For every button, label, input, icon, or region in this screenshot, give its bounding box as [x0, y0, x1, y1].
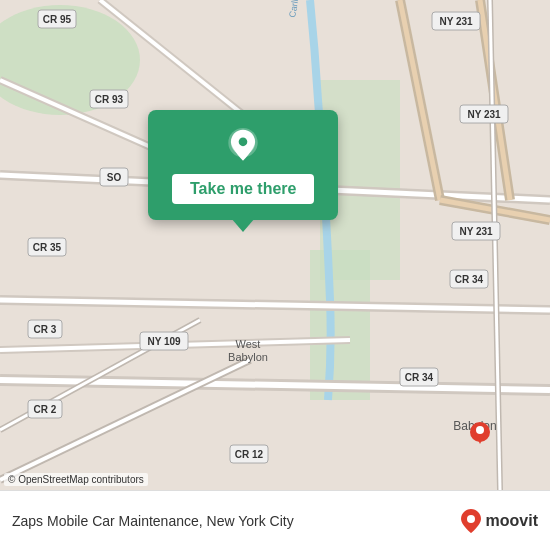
location-pin-icon: [224, 128, 262, 166]
popup-card: Take me there: [148, 110, 338, 220]
svg-text:CR 95: CR 95: [43, 14, 72, 25]
location-label: Zaps Mobile Car Maintenance, New York Ci…: [12, 513, 460, 529]
map-container: CR 95 NY 231 CR 93 NY 231 SO CR 35 NY 23…: [0, 0, 550, 490]
svg-text:CR 35: CR 35: [33, 242, 62, 253]
svg-point-60: [476, 426, 484, 434]
moovit-pin-icon: [460, 508, 482, 534]
svg-text:NY 109: NY 109: [147, 336, 181, 347]
svg-point-64: [467, 515, 475, 523]
svg-text:CR 34: CR 34: [455, 274, 484, 285]
moovit-brand-text: moovit: [486, 512, 538, 530]
svg-text:CR 12: CR 12: [235, 449, 264, 460]
attribution-text: © OpenStreetMap contributors: [8, 474, 144, 485]
svg-text:West: West: [236, 338, 261, 350]
svg-text:CR 3: CR 3: [34, 324, 57, 335]
svg-point-63: [239, 138, 248, 147]
svg-text:NY 231: NY 231: [439, 16, 473, 27]
svg-text:NY 231: NY 231: [467, 109, 501, 120]
svg-rect-3: [310, 250, 370, 400]
take-me-there-button[interactable]: Take me there: [172, 174, 314, 204]
svg-text:NY 231: NY 231: [459, 226, 493, 237]
svg-text:SO: SO: [107, 172, 122, 183]
osm-attribution: © OpenStreetMap contributors: [4, 473, 148, 486]
svg-text:CR 34: CR 34: [405, 372, 434, 383]
moovit-logo: moovit: [460, 508, 538, 534]
svg-text:CR 2: CR 2: [34, 404, 57, 415]
svg-text:Babylon: Babylon: [228, 351, 268, 363]
bottom-bar: Zaps Mobile Car Maintenance, New York Ci…: [0, 490, 550, 550]
svg-text:CR 93: CR 93: [95, 94, 124, 105]
